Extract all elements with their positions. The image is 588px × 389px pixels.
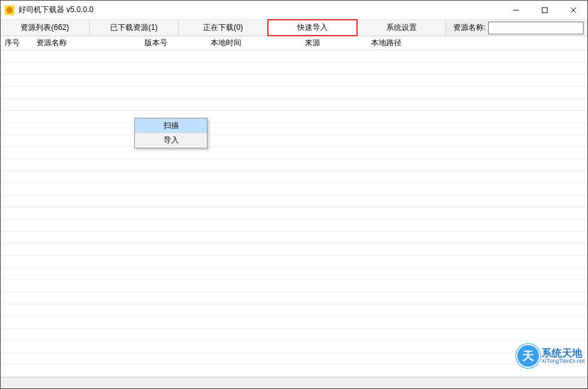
grid-area[interactable]: 扫描 导入 天 系统天地 XiTongTianDi.net	[1, 50, 587, 377]
svg-point-0	[6, 7, 13, 13]
col-local-time[interactable]: 本地时间	[207, 38, 301, 48]
svg-rect-2	[542, 8, 547, 13]
context-item-label: 扫描	[164, 120, 179, 131]
col-index[interactable]: 序号	[1, 38, 32, 48]
col-local-path[interactable]: 本地路径	[367, 38, 587, 48]
table-row[interactable]	[1, 50, 587, 62]
table-row[interactable]	[1, 195, 587, 208]
context-item-import[interactable]: 导入	[135, 133, 207, 148]
table-row[interactable]	[1, 304, 587, 316]
titlebar[interactable]: 好司机下载器 v5.0.0.0	[1, 1, 587, 20]
tab-settings[interactable]: 系统设置	[357, 20, 446, 36]
table-row[interactable]	[1, 171, 587, 183]
table-row[interactable]	[1, 111, 587, 123]
maximize-button[interactable]	[530, 1, 559, 19]
table-row[interactable]	[1, 147, 587, 159]
table-row[interactable]	[1, 135, 587, 147]
tab-label: 已下载资源(1)	[110, 22, 158, 33]
app-window: 好司机下载器 v5.0.0.0 资源列表(662) 已下载资源(1) 正在下载(…	[0, 0, 588, 389]
toolbar: 资源列表(662) 已下载资源(1) 正在下载(0) 快速导入 系统设置 资源名…	[1, 20, 587, 36]
search-area: 资源名称:	[453, 20, 587, 36]
tab-label: 快速导入	[297, 22, 328, 33]
table-row[interactable]	[1, 99, 587, 111]
col-source[interactable]: 来源	[301, 38, 367, 48]
context-item-label: 导入	[164, 135, 179, 146]
table-row[interactable]	[1, 341, 587, 353]
tab-label: 资源列表(662)	[20, 22, 69, 33]
tab-label: 正在下载(0)	[203, 22, 243, 33]
tab-downloading[interactable]: 正在下载(0)	[179, 20, 268, 36]
table-row[interactable]	[1, 232, 587, 244]
table-row[interactable]	[1, 292, 587, 304]
tab-label: 系统设置	[386, 22, 417, 33]
table-row[interactable]	[1, 256, 587, 268]
col-version[interactable]: 版本号	[141, 38, 207, 48]
table-row[interactable]	[1, 220, 587, 232]
table-row[interactable]	[1, 62, 587, 74]
table-row[interactable]	[1, 208, 587, 220]
table-row[interactable]	[1, 316, 587, 329]
table-row[interactable]	[1, 244, 587, 256]
search-input[interactable]	[488, 22, 584, 34]
table-row[interactable]	[1, 159, 587, 171]
window-title: 好司机下载器 v5.0.0.0	[18, 4, 94, 15]
context-menu: 扫描 导入	[134, 118, 207, 148]
tab-resource-list[interactable]: 资源列表(662)	[1, 20, 90, 36]
table-row[interactable]	[1, 123, 587, 135]
table-row[interactable]	[1, 280, 587, 292]
table-header: 序号 资源名称 版本号 本地时间 来源 本地路径	[1, 36, 587, 50]
close-button[interactable]	[559, 1, 587, 19]
minimize-button[interactable]	[501, 1, 530, 19]
context-item-scan[interactable]: 扫描	[135, 118, 207, 133]
statusbar	[1, 377, 587, 388]
table-row[interactable]	[1, 87, 587, 99]
table-row[interactable]	[1, 74, 587, 87]
table-row[interactable]	[1, 365, 587, 377]
tab-downloaded[interactable]: 已下载资源(1)	[90, 20, 179, 36]
col-name[interactable]: 资源名称	[32, 38, 141, 48]
app-icon	[4, 5, 15, 15]
tab-quick-import[interactable]: 快速导入	[268, 20, 357, 36]
table-row[interactable]	[1, 183, 587, 195]
table-row[interactable]	[1, 353, 587, 365]
search-label: 资源名称:	[453, 22, 486, 33]
table-row[interactable]	[1, 329, 587, 341]
table-row[interactable]	[1, 268, 587, 280]
